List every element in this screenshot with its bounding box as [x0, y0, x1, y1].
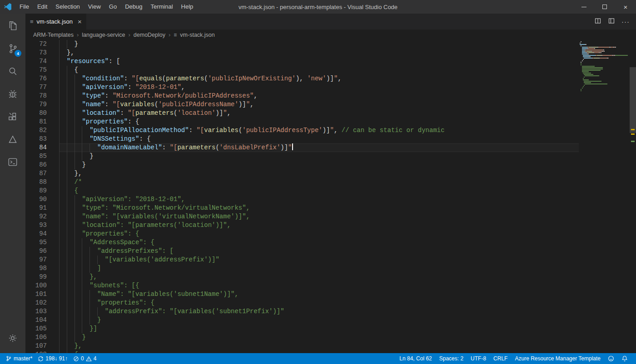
- line-number-83[interactable]: 83: [25, 135, 47, 143]
- code-line-88[interactable]: /*: [59, 178, 579, 187]
- indentation[interactable]: Spaces: 2: [436, 355, 467, 362]
- code-line-78[interactable]: "type": "Microsoft.Network/publicIPAddre…: [59, 92, 579, 100]
- scrollbar-thumb[interactable]: [630, 67, 636, 133]
- code-line-77[interactable]: "apiVersion": "2018-12-01",: [59, 83, 579, 92]
- line-number-107[interactable]: 107: [25, 342, 47, 350]
- debug-icon[interactable]: [0, 83, 25, 105]
- more-actions-icon[interactable]: ···: [621, 20, 630, 24]
- code-line-87[interactable]: },: [59, 169, 579, 178]
- eol-sequence[interactable]: CRLF: [490, 355, 511, 362]
- language-mode[interactable]: Azure Resource Manager Template: [511, 355, 604, 362]
- line-number-98[interactable]: 98: [25, 264, 47, 273]
- problems-status[interactable]: 0 4: [70, 353, 99, 364]
- line-number-93[interactable]: 93: [25, 221, 47, 230]
- code-line-76[interactable]: "condition": "[equals(parameters('public…: [59, 74, 579, 83]
- code-line-98[interactable]: ]: [59, 264, 579, 273]
- tab-close-icon[interactable]: ×: [78, 18, 82, 25]
- line-number-80[interactable]: 80: [25, 109, 47, 118]
- line-number-84[interactable]: 84: [25, 143, 47, 152]
- line-number-90[interactable]: 90: [25, 195, 47, 204]
- menu-terminal[interactable]: Terminal: [146, 0, 177, 14]
- line-number-101[interactable]: 101: [25, 290, 47, 299]
- code-line-95[interactable]: "AddressSpace": {: [59, 238, 579, 247]
- split-editor-icon[interactable]: [594, 17, 601, 26]
- code-line-80[interactable]: "location": "[parameters('location')]",: [59, 109, 579, 118]
- line-number-99[interactable]: 99: [25, 273, 47, 281]
- line-number-85[interactable]: 85: [25, 152, 47, 161]
- line-number-87[interactable]: 87: [25, 169, 47, 178]
- line-number-74[interactable]: 74: [25, 57, 47, 66]
- source-control-icon[interactable]: 4: [0, 37, 25, 60]
- code-line-100[interactable]: "subnets": [{: [59, 281, 579, 290]
- code-line-97[interactable]: "[variables('addressPrefix')]": [59, 256, 579, 264]
- encoding[interactable]: UTF-8: [467, 355, 490, 362]
- breadcrumb-item-language-service[interactable]: language-service: [82, 32, 125, 38]
- line-number-88[interactable]: 88: [25, 178, 47, 187]
- line-number-94[interactable]: 94: [25, 230, 47, 238]
- feedback-smiley-icon[interactable]: [604, 355, 618, 362]
- extensions-icon[interactable]: [0, 105, 25, 128]
- line-number-81[interactable]: 81: [25, 118, 47, 126]
- line-number-96[interactable]: 96: [25, 247, 47, 256]
- explorer-icon[interactable]: [0, 15, 25, 37]
- code-line-101[interactable]: "Name": "[variables('subnet1Name')]",: [59, 290, 579, 299]
- sync-status[interactable]: 198↓ 91↑: [35, 353, 70, 364]
- breadcrumb-item-vm-stack.json[interactable]: vm-stack.json: [180, 32, 214, 38]
- terminal-icon[interactable]: [0, 151, 25, 173]
- menu-debug[interactable]: Debug: [121, 0, 146, 14]
- scrollbar[interactable]: [630, 40, 636, 353]
- code-line-89[interactable]: {: [59, 187, 579, 195]
- line-number-103[interactable]: 103: [25, 307, 47, 316]
- branch-status[interactable]: master*: [3, 353, 35, 364]
- code-line-72[interactable]: }: [59, 40, 579, 49]
- line-number-86[interactable]: 86: [25, 161, 47, 169]
- code-line-105[interactable]: }]: [59, 325, 579, 333]
- line-number-92[interactable]: 92: [25, 212, 47, 221]
- line-number-91[interactable]: 91: [25, 204, 47, 212]
- tab-vm-stack-json[interactable]: ≡ vm-stack.json ×: [25, 14, 86, 30]
- code-line-90[interactable]: "apiVersion": "2018-12-01",: [59, 195, 579, 204]
- line-number-106[interactable]: 106: [25, 333, 47, 342]
- line-number-108[interactable]: 108: [25, 350, 47, 353]
- line-number-102[interactable]: 102: [25, 299, 47, 307]
- line-number-82[interactable]: 82: [25, 126, 47, 135]
- cursor-position[interactable]: Ln 84, Col 62: [396, 355, 435, 362]
- line-number-79[interactable]: 79: [25, 100, 47, 109]
- code-line-96[interactable]: "addressPrefixes": [: [59, 247, 579, 256]
- code-line-84[interactable]: "domainNameLabel": "[parameters('dnsLabe…: [59, 143, 579, 152]
- line-number-72[interactable]: 72: [25, 40, 47, 49]
- line-number-78[interactable]: 78: [25, 92, 47, 100]
- line-number-89[interactable]: 89: [25, 187, 47, 195]
- breadcrumb-item-demodeploy[interactable]: demoDeploy: [134, 32, 165, 38]
- code-line-79[interactable]: "name": "[variables('publicIPAddressName…: [59, 100, 579, 109]
- menu-file[interactable]: File: [15, 0, 33, 14]
- line-number-75[interactable]: 75: [25, 66, 47, 74]
- code-line-104[interactable]: }: [59, 316, 579, 325]
- code-line-73[interactable]: },: [59, 49, 579, 57]
- code-line-85[interactable]: }: [59, 152, 579, 161]
- line-number-95[interactable]: 95: [25, 238, 47, 247]
- line-number-76[interactable]: 76: [25, 74, 47, 83]
- code-line-92[interactable]: "name": "[variables('virtualNetworkName'…: [59, 212, 579, 221]
- gutter[interactable]: 7273747576777879808182838485868788899091…: [25, 40, 59, 353]
- line-number-97[interactable]: 97: [25, 256, 47, 264]
- line-number-73[interactable]: 73: [25, 49, 47, 57]
- code-line-74[interactable]: "resources": [: [59, 57, 579, 66]
- code-line-99[interactable]: },: [59, 273, 579, 281]
- code-lines[interactable]: }},"resources": [{"condition": "[equals(…: [59, 40, 579, 353]
- minimap[interactable]: [579, 40, 630, 353]
- menu-edit[interactable]: Edit: [33, 0, 51, 14]
- line-number-77[interactable]: 77: [25, 83, 47, 92]
- azure-icon[interactable]: [0, 128, 25, 151]
- search-icon[interactable]: [0, 60, 25, 83]
- menu-selection[interactable]: Selection: [51, 0, 84, 14]
- code-line-81[interactable]: "properties": {: [59, 118, 579, 126]
- code-line-102[interactable]: "properties": {: [59, 299, 579, 307]
- settings-gear-icon[interactable]: [0, 327, 25, 349]
- code-line-75[interactable]: {: [59, 66, 579, 74]
- maximize-button[interactable]: [594, 0, 615, 14]
- code-line-86[interactable]: }: [59, 161, 579, 169]
- code-line-91[interactable]: "type": "Microsoft.Network/virtualNetwor…: [59, 204, 579, 212]
- code-line-93[interactable]: "location": "[parameters('location')]",: [59, 221, 579, 230]
- menu-view[interactable]: View: [84, 0, 105, 14]
